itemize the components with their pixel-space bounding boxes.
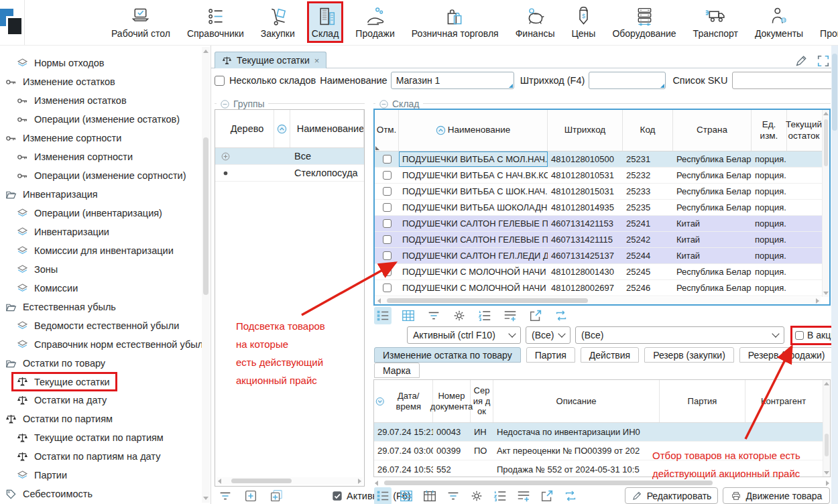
- module-button[interactable]: Продажи: [351, 1, 399, 43]
- sort-asc-icon[interactable]: [277, 124, 287, 134]
- movements-vscrollbar[interactable]: [823, 380, 830, 477]
- promo-checkbox[interactable]: [795, 331, 804, 340]
- toolbar-button[interactable]: [552, 307, 570, 324]
- toolbar-button[interactable]: [421, 487, 438, 504]
- sidebar-item[interactable]: Инвентаризации: [0, 223, 115, 241]
- sidebar-item[interactable]: Изменения сортности: [0, 147, 138, 166]
- expand-plus-icon[interactable]: [221, 151, 231, 162]
- row-checkbox[interactable]: [383, 284, 392, 292]
- product-row[interactable]: ПОДУШЕЧКИ САЛТОН ГЕЛЕВЫЕ ПО 460713142111…: [375, 232, 829, 248]
- group-row[interactable]: Стеклопосуда: [215, 165, 364, 182]
- column-description[interactable]: Описание: [493, 380, 660, 422]
- module-button[interactable]: Рабочий стол: [107, 1, 175, 43]
- column-tree[interactable]: Дерево: [215, 110, 274, 147]
- row-checkbox[interactable]: [383, 267, 392, 276]
- product-row[interactable]: ПОДУШЕЧКИ С МОЛОЧНОЙ НАЧИ 4810128001430 …: [375, 264, 829, 280]
- sku-list-select[interactable]: [732, 72, 838, 89]
- toolbar-button[interactable]: [562, 487, 579, 504]
- column-series[interactable]: Серия док: [471, 380, 493, 422]
- collapse-icon[interactable]: [220, 99, 230, 109]
- column-code[interactable]: Код: [623, 110, 673, 151]
- sidebar-item[interactable]: Операции (изменение остатков): [0, 110, 185, 129]
- module-button[interactable]: Цены: [566, 1, 600, 43]
- sidebar-item[interactable]: Комиссии: [0, 279, 83, 298]
- sidebar-item[interactable]: Партии: [0, 466, 72, 485]
- sidebar-item[interactable]: Зоны: [0, 260, 63, 279]
- module-button[interactable]: Розничная торговля: [407, 1, 503, 43]
- barcode-filter-input[interactable]: [589, 72, 666, 89]
- sort-desc-icon[interactable]: [375, 397, 385, 406]
- group-row[interactable]: Все: [215, 148, 364, 165]
- module-button[interactable]: Производство: [815, 1, 838, 43]
- detail-tab[interactable]: Партия: [526, 347, 575, 363]
- column-number[interactable]: Номер документа: [433, 380, 471, 422]
- row-checkbox[interactable]: [383, 219, 392, 228]
- module-button[interactable]: Склад: [307, 1, 344, 43]
- module-button[interactable]: Транспорт: [689, 1, 743, 43]
- product-row[interactable]: ПОДУШЕЧКИ ВИТЬБА С ШОК.НАЧ. 481012801503…: [375, 184, 829, 200]
- sidebar-item[interactable]: Остатки на дату: [0, 391, 112, 410]
- sidebar-item[interactable]: Комиссии для инвентаризации: [0, 241, 179, 260]
- sidebar-item[interactable]: Ведомости естественной убыли: [0, 316, 184, 335]
- sort-asc-icon[interactable]: [436, 125, 446, 135]
- sidebar-item[interactable]: Текущие остатки: [11, 372, 117, 391]
- edit-button[interactable]: Редактировать: [625, 487, 718, 504]
- groups-hscrollbar[interactable]: [217, 477, 363, 485]
- toolbar-button[interactable]: [398, 487, 415, 504]
- module-button[interactable]: Оборудование: [607, 1, 680, 43]
- window-scrollbar[interactable]: [831, 46, 838, 504]
- column-name[interactable]: Наименование: [290, 110, 364, 147]
- toolbar-button[interactable]: [267, 487, 285, 504]
- column-country[interactable]: Страна: [673, 110, 752, 151]
- sidebar-item[interactable]: Себестоимость: [0, 485, 98, 503]
- sidebar-item[interactable]: Остатки по товару: [0, 354, 111, 373]
- sidebar-item[interactable]: Остатки по партиям: [0, 410, 118, 428]
- movement-row[interactable]: 29.07.24 15:21 00043 ИН Недостача по инв…: [374, 423, 830, 442]
- scroll-down-icon[interactable]: [203, 497, 208, 500]
- product-row[interactable]: ПОДУШЕЧКИ ВИТЬБА С МОЛ.НАЧ. 481012801050…: [375, 151, 829, 168]
- detail-tab[interactable]: Резерв (закупки): [644, 347, 734, 363]
- goods-movement-button[interactable]: Движение товара: [723, 487, 830, 504]
- all-select-2[interactable]: (Все): [575, 326, 784, 344]
- product-row[interactable]: ПОДУШЕЧКИ САЛТОН ГЕЛ.ЛЕДИ Д/ 46071314251…: [375, 248, 829, 264]
- state-select[interactable]: Активный (ctrl F10): [407, 326, 521, 344]
- toolbar-button[interactable]: [425, 307, 442, 324]
- row-checkbox[interactable]: [383, 203, 392, 212]
- sidebar-item[interactable]: Инвентаризация: [0, 185, 103, 204]
- sidebar-item[interactable]: Операции (инвентаризация): [0, 204, 168, 223]
- stock-vscrollbar[interactable]: [822, 110, 829, 297]
- toolbar-button[interactable]: [242, 487, 259, 504]
- scroll-thumb[interactable]: [203, 137, 208, 295]
- row-checkbox[interactable]: [383, 235, 392, 244]
- product-row[interactable]: ПОДУШЕЧКИ ВИТЬБА ШОКОЛАДН 4810128014935 …: [375, 200, 829, 216]
- column-batch[interactable]: Партия: [660, 380, 745, 422]
- column-barcode[interactable]: Штрихкод: [548, 110, 623, 151]
- scroll-up-icon[interactable]: [203, 50, 208, 53]
- module-button[interactable]: Справочники: [182, 1, 249, 43]
- column-mark[interactable]: Отм.: [375, 110, 399, 151]
- maximize-icon[interactable]: [817, 54, 830, 68]
- column-unit[interactable]: Ед. изм.: [752, 110, 787, 151]
- product-row[interactable]: ПОДУШЕЧКИ ВИТЬБА С НАЧ.ВК.КО 48101280105…: [375, 168, 829, 184]
- row-checkbox[interactable]: [383, 171, 392, 180]
- column-stock[interactable]: Текущий остаток: [787, 110, 821, 151]
- row-checkbox[interactable]: [383, 155, 392, 164]
- module-button[interactable]: Финансы: [511, 1, 560, 43]
- scroll-thumb[interactable]: [832, 54, 837, 131]
- module-button[interactable]: Закупки: [256, 1, 300, 43]
- column-datetime[interactable]: Дата/время: [374, 380, 433, 422]
- module-button[interactable]: Документы: [750, 1, 808, 43]
- sidebar-item[interactable]: Изменение остатков: [0, 72, 121, 91]
- sidebar-item[interactable]: Изменения остатков: [0, 91, 132, 110]
- toolbar-button[interactable]: [451, 307, 468, 324]
- column-contractor[interactable]: Контрагент: [745, 380, 821, 422]
- close-icon[interactable]: ×: [314, 56, 320, 66]
- toolbar-button[interactable]: [217, 487, 234, 504]
- column-sort[interactable]: [274, 110, 290, 147]
- toolbar-button[interactable]: [468, 487, 485, 504]
- row-checkbox[interactable]: [383, 187, 392, 196]
- stock-hscrollbar[interactable]: [376, 297, 821, 304]
- sidebar-item[interactable]: Остатки по партиям на дату: [0, 447, 166, 466]
- detail-tab[interactable]: Изменение остатка по товару: [374, 347, 521, 363]
- name-filter-input[interactable]: Магазин 1: [391, 72, 514, 89]
